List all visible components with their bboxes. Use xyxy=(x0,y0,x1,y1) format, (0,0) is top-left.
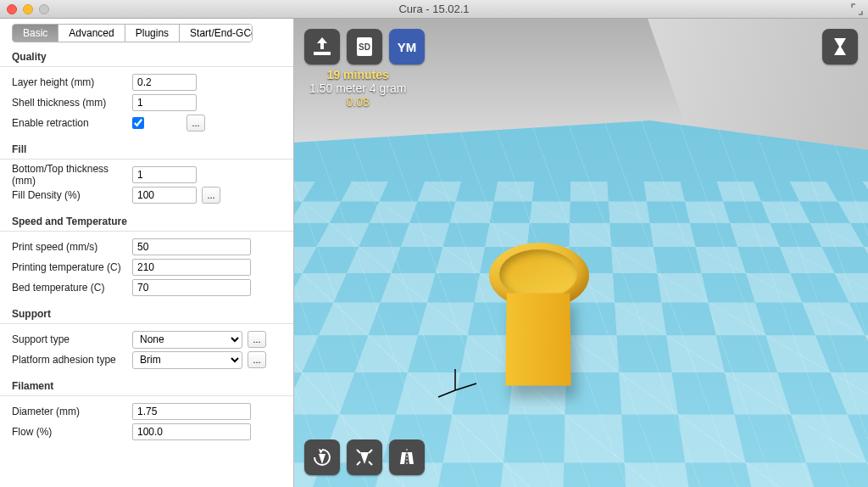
settings-sidebar: Basic Advanced Plugins Start/End-GCode Q… xyxy=(0,19,294,487)
mirror-icon xyxy=(395,445,419,469)
print-temp-input[interactable] xyxy=(132,259,251,276)
retraction-more-button[interactable]: ... xyxy=(186,115,205,132)
print-cost: 0.08 xyxy=(309,95,406,109)
bed-temp-label: Bed temperature (C) xyxy=(12,282,132,294)
tab-basic[interactable]: Basic xyxy=(13,25,58,42)
fullscreen-icon[interactable] xyxy=(851,3,863,15)
rotate-icon xyxy=(310,445,334,469)
model-base xyxy=(505,294,570,386)
scale-button[interactable] xyxy=(347,439,382,475)
flow-input[interactable] xyxy=(132,423,251,440)
print-speed-input[interactable] xyxy=(132,238,251,255)
section-speed: Speed and Temperature xyxy=(0,207,293,232)
save-sd-button[interactable]: SD xyxy=(347,29,382,64)
rotate-button[interactable] xyxy=(304,439,340,475)
adhesion-more-button[interactable]: ... xyxy=(248,351,266,368)
print-usage: 1.50 meter 4 gram xyxy=(309,81,406,95)
layer-height-input[interactable] xyxy=(132,74,197,91)
tab-bar: Basic Advanced Plugins Start/End-GCode xyxy=(12,24,253,42)
model-disc-inner xyxy=(499,249,577,299)
enable-retraction-checkbox[interactable] xyxy=(132,117,144,129)
hourglass-icon xyxy=(828,35,852,59)
tab-gcode[interactable]: Start/End-GCode xyxy=(180,25,253,42)
load-model-button[interactable] xyxy=(304,29,340,64)
support-more-button[interactable]: ... xyxy=(248,331,266,348)
adhesion-type-select[interactable]: Brim xyxy=(132,351,242,369)
mirror-button[interactable] xyxy=(389,439,425,475)
fill-density-input[interactable] xyxy=(132,187,197,204)
model-object[interactable] xyxy=(481,231,599,400)
fill-more-button[interactable]: ... xyxy=(202,187,220,204)
bottom-top-input[interactable] xyxy=(132,166,197,183)
diameter-label: Diameter (mm) xyxy=(12,406,132,417)
shell-thickness-input[interactable] xyxy=(132,94,197,111)
enable-retraction-label: Enable retraction xyxy=(12,117,132,129)
3d-viewport[interactable]: SD YM 19 minutes 1.50 meter 4 gram 0.08 xyxy=(294,19,868,487)
bottom-top-label: Bottom/Top thickness (mm) xyxy=(12,163,132,187)
ym-label: YM xyxy=(398,40,417,54)
section-filament: Filament xyxy=(0,372,293,396)
window-title: Cura - 15.02.1 xyxy=(0,3,868,15)
shell-thickness-label: Shell thickness (mm) xyxy=(12,97,132,109)
origin-axis-icon xyxy=(447,365,481,402)
youmagine-button[interactable]: YM xyxy=(389,29,425,64)
view-mode-button[interactable] xyxy=(822,29,858,64)
support-type-label: Support type xyxy=(12,333,132,345)
scale-icon xyxy=(353,445,376,469)
tab-advanced[interactable]: Advanced xyxy=(58,25,125,42)
print-time: 19 minutes xyxy=(309,68,406,81)
section-quality: Quality xyxy=(0,42,293,67)
adhesion-type-label: Platform adhesion type xyxy=(12,354,132,366)
sd-icon: SD xyxy=(353,35,376,59)
flow-label: Flow (%) xyxy=(12,426,132,438)
bed-temp-input[interactable] xyxy=(132,279,251,296)
print-speed-label: Print speed (mm/s) xyxy=(12,241,132,253)
titlebar: Cura - 15.02.1 xyxy=(0,0,868,19)
svg-line-3 xyxy=(455,383,476,390)
support-type-select[interactable]: None xyxy=(132,331,242,349)
load-icon xyxy=(310,35,334,59)
section-fill: Fill xyxy=(0,135,293,160)
diameter-input[interactable] xyxy=(132,403,251,420)
print-info: 19 minutes 1.50 meter 4 gram 0.08 xyxy=(309,68,406,109)
svg-text:SD: SD xyxy=(359,42,370,52)
print-temp-label: Printing temperature (C) xyxy=(12,261,132,273)
tab-plugins[interactable]: Plugins xyxy=(125,25,180,42)
section-support: Support xyxy=(0,299,293,324)
layer-height-label: Layer height (mm) xyxy=(12,76,132,88)
fill-density-label: Fill Density (%) xyxy=(12,189,132,201)
